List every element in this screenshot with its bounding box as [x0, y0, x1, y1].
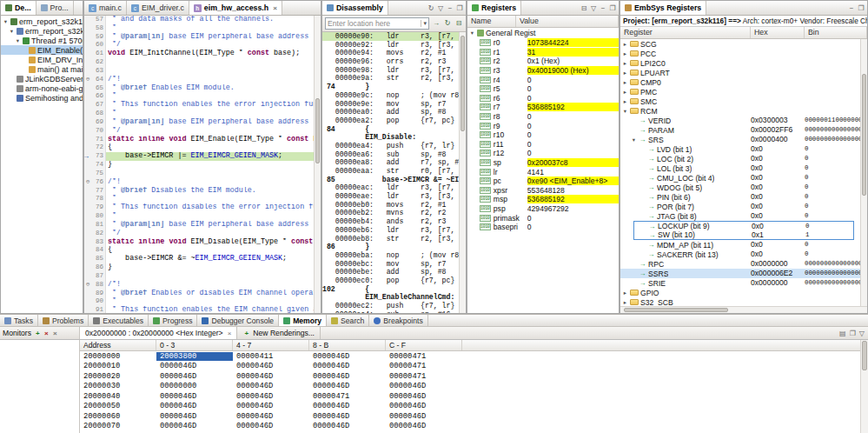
location-input[interactable]: Enter location here ▾ [325, 17, 429, 30]
view-tab-progress[interactable]: Progress [149, 315, 197, 326]
expander-icon[interactable]: ▸ [622, 298, 628, 307]
expander-icon[interactable]: ▸ [622, 289, 628, 297]
debug-tree-item[interactable]: arm-none-eabi-gdb [1, 83, 83, 93]
embsys-group-row[interactable]: ▸LPUART [620, 68, 860, 77]
asm-instruction[interactable]: 00000eb4: ands r2, r3 [322, 217, 459, 226]
embsys-register-row[interactable]: →LVD (bit 1)0x00 [620, 144, 860, 154]
register-row[interactable]: 1010primask0 [467, 213, 619, 223]
memory-cell[interactable]: 0000046D [309, 372, 386, 381]
asm-instruction[interactable]: 00000e98: ldr r3, [r7, #4] [322, 66, 459, 75]
view-tab-breakpoints[interactable]: Breakpoints [369, 315, 427, 326]
minimize-icon[interactable]: − [447, 4, 454, 12]
memory-row[interactable]: 200000400000046D0000046D000004710000046D [80, 391, 868, 402]
register-row[interactable]: 1010r7536885192 [467, 103, 619, 112]
code-line[interactable]: 69 * @param[in] base EIM peripheral base… [84, 118, 314, 127]
embsys-register-row[interactable]: →PIN (bit 6)0x00 [620, 192, 860, 202]
asm-source-line[interactable]: 85 base->EIMCR &= ~EIM [322, 176, 459, 184]
view-tab-executables[interactable]: Executables [89, 315, 149, 326]
scrollbar-thumb[interactable] [315, 98, 320, 163]
disassembly-scrollbar[interactable] [459, 32, 466, 313]
memory-row[interactable]: 200000200000046D0000046D0000046D00000471 [80, 371, 868, 382]
embsys-group-row[interactable]: ▸GPIO [620, 288, 860, 297]
scrollbar-thumb[interactable] [461, 36, 465, 131]
new-rendering-icon[interactable]: ▤ [839, 330, 846, 337]
code-line[interactable]: 83static inline void EIM_Disable(EIM_Typ… [84, 238, 314, 247]
embsys-register-row[interactable]: →LOL (bit 3)0x00 [620, 163, 860, 173]
embsys-group-row[interactable]: ▸S32_SCB [620, 297, 860, 306]
memory-cell[interactable]: 0000046D [386, 392, 462, 401]
asm-source-line[interactable]: 84 { [322, 125, 459, 134]
view-menu-icon[interactable]: ▽ [859, 330, 865, 337]
expander-icon[interactable]: ▸ [622, 88, 628, 97]
register-row[interactable]: 1010lr4141 [467, 167, 619, 177]
code-line[interactable]: 77 * @brief Disables the EIM module. [84, 187, 314, 196]
register-row[interactable]: 1010r100 [467, 130, 619, 140]
memory-cell[interactable]: 0000046D [309, 402, 386, 410]
memory-cell[interactable]: 0000046D [233, 382, 309, 390]
editor-tab[interactable]: cmain.c [84, 1, 127, 15]
expander-icon[interactable]: ▸ [622, 78, 628, 87]
debug-tree-item[interactable]: ▾erm_report_s32k116... [1, 26, 83, 36]
embsys-register-row[interactable]: →RPC0x0000000000000000000000000000000000… [620, 259, 860, 269]
code-line[interactable]: 61void EIM_InitChannel(EIM_Type * const … [84, 50, 314, 58]
view-tab-memory[interactable]: Memory [279, 315, 327, 326]
refresh-view-icon[interactable]: ↻ [443, 19, 452, 28]
asm-instruction[interactable]: 00000eb8: str r2, [r3, #0] [322, 235, 459, 243]
minimize-icon[interactable]: − [600, 4, 606, 12]
register-row[interactable]: 1010r60 [467, 94, 619, 103]
asm-instruction[interactable]: 00000eba: nop ; (mov r8, r8) [322, 251, 459, 260]
fold-marker-icon[interactable]: ⊖ [86, 76, 89, 83]
memory-cell[interactable]: 0000046D [309, 422, 386, 430]
asm-instruction[interactable]: 00000ea2: pop {r7, pc} [322, 117, 459, 125]
register-row[interactable]: 1010r50 [467, 84, 619, 94]
minimize-icon[interactable]: − [848, 4, 855, 12]
asm-instruction[interactable]: 00000e9c: nop ; (mov r8, r8) [322, 91, 459, 100]
asm-instruction[interactable]: 00000e94: movs r2, #1 [322, 49, 459, 57]
asm-instruction[interactable]: 00000eaa: str r0, [r7, #4] [322, 167, 459, 176]
embsys-register-row[interactable]: →SSRS0x000006E20000000000000000000001101… [620, 269, 860, 278]
memory-row[interactable]: 200000100000046D0000046D0000046D00000471 [80, 362, 868, 372]
column-hex[interactable]: Hex [751, 27, 805, 38]
code-line[interactable]: 90 * [84, 297, 314, 306]
asm-instruction[interactable]: 00000ec2: push {r7, lr} [322, 302, 459, 310]
maximize-icon[interactable]: ❐ [456, 4, 463, 12]
fold-marker-icon[interactable]: ⊖ [86, 281, 89, 288]
view-tab-debugger-console[interactable]: Debugger Console [197, 315, 279, 326]
expander-icon[interactable]: ▾ [3, 17, 9, 26]
asm-instruction[interactable]: 00000ea8: add r7, sp, #0 [322, 158, 459, 167]
asm-instruction[interactable]: 00000e92: ldr r3, [r3, #0] [322, 41, 459, 50]
asm-instruction[interactable]: 00000ec0: pop {r7, pc} [322, 276, 459, 285]
memory-cell[interactable]: 0000046D [156, 412, 233, 421]
column-value[interactable]: Value [516, 16, 619, 27]
asm-instruction[interactable]: 00000eac: ldr r3, [r7, #4] [322, 183, 459, 192]
editor-tab[interactable]: heim_hw_access.h× [189, 1, 282, 15]
code-line[interactable]: 62 [84, 58, 314, 67]
view-menu-icon[interactable]: ▽ [590, 4, 597, 12]
embsys-register-row[interactable]: →LOC (bit 2)0x00 [620, 154, 860, 163]
embsys-register-row[interactable]: →SACKERR (bit 13)0x00 [620, 250, 860, 259]
embsys-register-row[interactable]: →CMU_LOC (bit 4)0x00 [620, 173, 860, 183]
collapse-all-icon[interactable]: ⊟ [580, 4, 587, 12]
memory-cell[interactable]: 0000046D [233, 392, 309, 401]
embsys-group-row[interactable]: ▾RCM [620, 106, 860, 116]
memory-cell[interactable]: 0000046D [156, 402, 233, 410]
memory-cell[interactable]: 20003800 [156, 352, 233, 361]
dropdown-arrow-icon[interactable]: ▾ [421, 20, 427, 27]
memory-cell[interactable]: 0000046D [156, 422, 233, 430]
memory-row[interactable]: 200000600000046D0000046D0000046D0000046D [80, 411, 868, 422]
expander-icon[interactable]: ▸ [622, 69, 628, 77]
code-line[interactable]: 89 * @brief Enables or disables EIM chan… [84, 290, 314, 298]
expander-icon[interactable]: ▾ [469, 29, 475, 37]
column-bin[interactable]: Bin [805, 27, 867, 38]
tab-registers[interactable]: Registers [467, 1, 521, 15]
code-line[interactable]: 85 base->EIMCR &= ~EIM_EIMCR_GEIEN_MASK; [84, 255, 314, 263]
asm-instruction[interactable]: 00000ea6: sub sp, #8 [322, 150, 459, 159]
tab-disassembly[interactable]: Disassembly [322, 1, 388, 15]
expander-icon[interactable]: ▸ [622, 50, 628, 58]
register-row[interactable]: 1010r20x1 (Hex) [467, 57, 619, 66]
code-line[interactable]: ⊖76/*! [84, 178, 314, 187]
memory-row[interactable]: 20000030000000000000046D0000046D0000046D [80, 382, 868, 392]
tab-debug[interactable]: De... [1, 1, 36, 15]
memory-row[interactable]: 200000700000046D0000046D0000046D0000046D [80, 422, 868, 432]
debug-tree-item[interactable]: EIM_Enable() at ... [1, 45, 83, 55]
